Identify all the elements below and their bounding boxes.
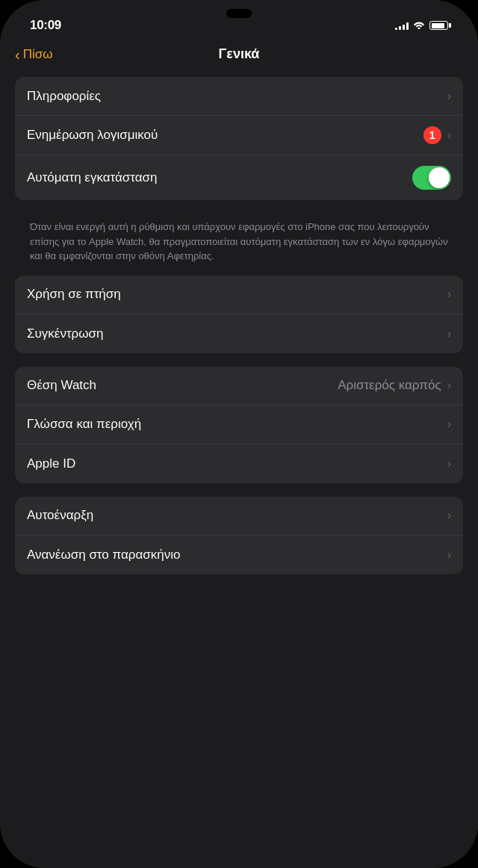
dynamic-island	[226, 9, 252, 18]
item-label-watch-position: Θέση Watch	[27, 378, 96, 393]
list-item-software-update[interactable]: Ενημέρωση λογισμικού 1 ›	[15, 116, 463, 155]
chevron-right-icon: ›	[447, 90, 451, 103]
list-item-watch-position[interactable]: Θέση Watch Αριστερός καρπός ›	[15, 367, 463, 406]
signal-icon	[395, 21, 409, 30]
page-title: Γενικά	[219, 46, 260, 62]
main-content: Πληροφορίες › Ενημέρωση λογισμικού 1 › Α…	[0, 69, 478, 868]
item-right-auto-install	[412, 166, 451, 190]
item-right-background-refresh: ›	[447, 548, 451, 562]
update-badge: 1	[423, 126, 441, 144]
chevron-right-icon: ›	[447, 457, 451, 471]
auto-install-description: Όταν είναι ενεργή αυτή η ρύθμιση και υπά…	[15, 214, 463, 276]
item-right-apple-id: ›	[447, 457, 451, 471]
chevron-right-icon: ›	[447, 288, 451, 301]
item-right-info: ›	[447, 90, 451, 103]
status-icons	[395, 20, 448, 31]
chevron-right-icon: ›	[447, 509, 451, 522]
battery-icon	[429, 21, 448, 30]
item-right-autostart: ›	[447, 509, 451, 522]
chevron-right-icon: ›	[447, 327, 451, 341]
item-label-autostart: Αυτοέναρξη	[27, 508, 93, 523]
phone-frame: 10:09 ‹ Πίσω Γενικά	[0, 0, 478, 868]
battery-fill	[432, 23, 444, 28]
back-label: Πίσω	[23, 47, 53, 62]
section-general-info: Πληροφορίες › Ενημέρωση λογισμικού 1 › Α…	[15, 77, 463, 200]
list-item-language[interactable]: Γλώσσα και περιοχή ›	[15, 406, 463, 444]
item-label-software-update: Ενημέρωση λογισμικού	[27, 128, 158, 143]
list-item-airplane[interactable]: Χρήση σε πτήση ›	[15, 276, 463, 314]
list-item-autostart[interactable]: Αυτοέναρξη ›	[15, 497, 463, 536]
chevron-right-icon: ›	[447, 379, 451, 392]
list-item-background-refresh[interactable]: Ανανέωση στο παρασκήνιο ›	[15, 536, 463, 574]
chevron-right-icon: ›	[447, 418, 451, 431]
item-label-airplane: Χρήση σε πτήση	[27, 287, 121, 302]
back-chevron-icon: ‹	[15, 47, 20, 62]
status-time: 10:09	[30, 18, 61, 33]
item-label-background-refresh: Ανανέωση στο παρασκήνιο	[27, 548, 181, 562]
item-label-info: Πληροφορίες	[27, 89, 101, 104]
list-item-auto-install[interactable]: Αυτόματη εγκατάσταση	[15, 155, 463, 200]
item-label-language: Γλώσσα και περιοχή	[27, 417, 141, 432]
nav-bar: ‹ Πίσω Γενικά	[0, 40, 478, 69]
auto-install-toggle[interactable]	[412, 166, 451, 190]
item-label-focus: Συγκέντρωση	[27, 326, 104, 341]
item-label-auto-install: Αυτόματη εγκατάσταση	[27, 170, 158, 185]
status-bar: 10:09	[0, 0, 478, 40]
item-right-language: ›	[447, 418, 451, 431]
list-item-info[interactable]: Πληροφορίες ›	[15, 77, 463, 116]
item-label-apple-id: Apple ID	[27, 456, 75, 471]
wifi-icon	[413, 20, 425, 31]
chevron-right-icon: ›	[447, 548, 451, 562]
chevron-right-icon: ›	[447, 128, 451, 142]
section-modes: Χρήση σε πτήση › Συγκέντρωση ›	[15, 276, 463, 353]
section-startup: Αυτοέναρξη › Ανανέωση στο παρασκήνιο ›	[15, 497, 463, 574]
toggle-knob	[429, 167, 450, 188]
list-item-apple-id[interactable]: Apple ID ›	[15, 444, 463, 483]
item-right-watch-position: Αριστερός καρπός ›	[338, 378, 451, 393]
item-value-watch-position: Αριστερός καρπός	[338, 378, 441, 393]
item-right-focus: ›	[447, 327, 451, 341]
item-right-software-update: 1 ›	[423, 126, 451, 144]
section-watch-settings: Θέση Watch Αριστερός καρπός › Γλώσσα και…	[15, 367, 463, 483]
back-button[interactable]: ‹ Πίσω	[15, 47, 53, 62]
list-item-focus[interactable]: Συγκέντρωση ›	[15, 314, 463, 353]
item-right-airplane: ›	[447, 288, 451, 301]
